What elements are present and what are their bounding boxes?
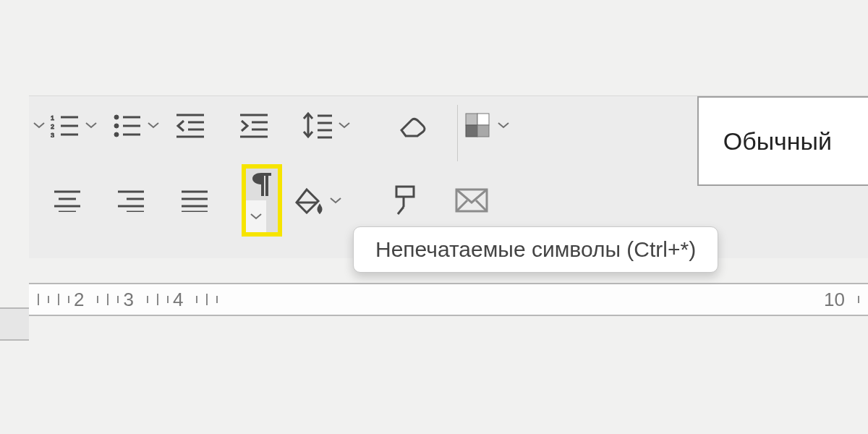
toolbar-separator [457,105,458,161]
chevron-down-icon[interactable] [29,109,49,141]
svg-rect-27 [466,125,477,137]
chevron-down-icon[interactable] [334,109,354,141]
svg-point-7 [114,124,119,128]
svg-line-47 [476,200,487,211]
svg-rect-28 [477,125,489,137]
numbered-list-button[interactable]: 1 2 3 [49,109,81,141]
align-center-button[interactable] [51,184,84,216]
horizontal-ruler[interactable]: 2 3 4 10 [29,283,868,316]
ruler-number: 2 [69,289,88,311]
ruler-leading [0,307,29,341]
clone-formatting-button[interactable] [386,184,422,216]
justify-button[interactable] [178,184,211,216]
decrease-indent-button[interactable] [174,109,207,141]
tooltip: Непечатаемые символы (Ctrl+*) [353,226,718,273]
ruler-number: 3 [119,289,137,311]
svg-rect-42 [396,187,414,197]
ruler-number: 4 [169,289,187,311]
align-right-button[interactable] [114,184,148,216]
formatting-marks-highlight [242,164,282,237]
chevron-down-icon[interactable] [81,109,101,141]
svg-line-46 [456,200,467,211]
paragraph-style-label: Обычный [723,127,832,156]
bulleted-list-button[interactable] [111,109,143,141]
color-theme-button[interactable] [461,109,493,141]
chevron-down-icon[interactable] [493,109,514,141]
svg-text:1: 1 [51,114,54,122]
chevron-down-icon[interactable] [326,184,346,216]
formatting-toolbar: Обычный 1 2 3 [29,95,868,258]
chevron-down-icon[interactable] [143,109,163,141]
svg-rect-25 [466,114,477,125]
svg-rect-26 [477,114,489,125]
svg-point-8 [114,132,119,137]
chevron-down-icon[interactable] [246,200,266,232]
tooltip-text: Непечатаемые символы (Ctrl+*) [375,237,696,261]
svg-text:3: 3 [51,132,54,137]
fill-color-button[interactable] [292,184,326,216]
ruler-container: 2 3 4 10 [29,283,868,316]
envelope-button[interactable] [453,184,490,216]
line-spacing-button[interactable] [301,109,334,141]
svg-text:2: 2 [51,123,54,130]
paragraph-style-selector[interactable]: Обычный [697,96,868,186]
increase-indent-button[interactable] [237,109,271,141]
clear-formatting-button[interactable] [395,109,431,141]
formatting-marks-button[interactable] [246,169,278,200]
svg-line-44 [398,207,404,214]
svg-point-6 [114,115,119,119]
ruler-number: 10 [820,289,849,311]
